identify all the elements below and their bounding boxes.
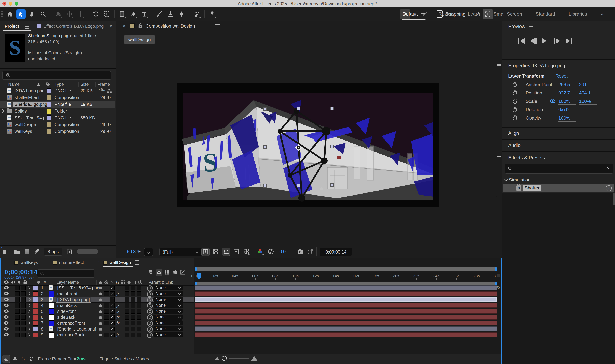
tab-workspace-review[interactable]: Review [432,7,461,21]
layer-row-9[interactable]: 9entranceBackfxNone [1,332,194,338]
layer-visibility-icon[interactable] [4,303,9,307]
layer-quality-box[interactable] [110,309,115,314]
orbit-camera-tool[interactable] [54,9,63,19]
layer-motion-blur-box[interactable] [131,291,135,296]
layer-audio-box[interactable] [15,291,20,296]
stopwatch-icon[interactable] [512,99,517,104]
layer-3d-box[interactable] [137,315,141,320]
layer-audio-box[interactable] [15,286,20,290]
parent-link-dropdown[interactable]: None [153,314,183,320]
resolution-dropdown[interactable]: (Full) [159,248,201,256]
project-item-solids[interactable]: SolidsFolder [0,108,115,115]
property-value-y[interactable]: 291 [579,82,597,88]
label-color-chip[interactable] [47,102,51,107]
layer-expand-chevron-icon[interactable] [27,321,30,325]
layer-label-chip[interactable] [33,291,38,296]
layer-3d-box[interactable] [137,297,141,302]
clear-search-icon[interactable]: × [607,166,610,171]
interpret-footage-icon[interactable] [3,249,9,254]
parent-pick-whip-icon[interactable] [147,332,153,338]
project-search-input[interactable] [2,71,111,80]
zoom-out-icon[interactable] [215,357,219,360]
parent-link-dropdown[interactable]: None [153,320,183,325]
first-frame-button[interactable] [518,38,526,44]
parent-pick-whip-icon[interactable] [147,309,153,314]
layer-3d-box[interactable] [137,286,141,290]
next-frame-button[interactable] [554,38,562,44]
layer-name[interactable]: sideFront [57,309,76,314]
toolbar-grip[interactable] [1,10,3,18]
parent-link-dropdown[interactable]: None [153,291,183,296]
layer-collapse-box[interactable] [104,303,109,308]
layer-frame-blend-box[interactable] [125,333,129,337]
motion-blur-icon[interactable] [172,270,178,276]
unlock-icon[interactable] [138,23,143,28]
project-item-walldesign[interactable]: wallDesignComposition29.97 [0,121,115,128]
layer-expand-chevron-icon[interactable] [27,292,30,295]
layer-collapse-box[interactable] [104,309,109,314]
layer-motion-blur-box[interactable] [131,309,135,314]
project-item-sherida-go-png[interactable]: Sherida...go.pngPNG file19 KB [0,101,115,108]
brush-tool[interactable] [155,9,164,19]
rotate-tool[interactable] [91,9,100,19]
timeline-tab-walldesign[interactable]: wallDesign [103,260,139,265]
playhead-marker[interactable] [197,273,201,277]
layer-quality-box[interactable] [110,303,115,308]
expand-chevron-icon[interactable] [1,109,4,113]
layer-audio-box[interactable] [15,333,20,337]
layer-visibility-icon[interactable] [4,333,9,337]
project-item-name[interactable]: shatterEffect [14,95,39,100]
layer-quality-box[interactable] [110,291,115,296]
layer-frame-blend-box[interactable] [125,327,129,331]
layer-name[interactable]: mainFront [57,291,78,296]
composition-flowchart-icon[interactable] [148,270,154,276]
layer-frame-blend-box[interactable] [125,297,129,302]
project-item-name[interactable]: Sherida...go.png [13,102,49,107]
expand-transfer-controls-icon[interactable] [11,355,19,363]
layer-collapse-box[interactable] [104,333,109,337]
project-item-name[interactable]: SSU_Tex...94.png [14,115,51,120]
layer-label-chip[interactable] [33,309,38,314]
layer-3d-box[interactable] [137,333,141,337]
layer-visibility-icon[interactable] [4,315,9,319]
workspace-overflow-icon[interactable]: » [594,7,610,21]
exposure-shutter-icon[interactable] [267,248,275,256]
timeline-search-input[interactable] [37,269,94,278]
layer-shy-icon[interactable] [98,333,103,337]
shy-layers-icon[interactable] [156,269,162,276]
properties-panel-menu-icon[interactable] [497,64,501,68]
layer-collapse-box[interactable] [104,315,109,320]
comp-marker-bin[interactable] [497,274,500,277]
previous-frame-button[interactable] [530,38,538,44]
layer-quality-box[interactable] [110,315,115,320]
preset-shatter-row[interactable]: 8 Shatter i [503,184,614,192]
layer-solo-box[interactable] [21,309,26,314]
rocket-icon[interactable] [34,249,39,254]
layer-motion-blur-box[interactable] [131,297,135,302]
snapshot-camera-icon[interactable] [297,248,304,256]
zoom-dropdown[interactable] [144,248,153,256]
layer-motion-blur-box[interactable] [131,327,135,331]
layer-solo-box[interactable] [21,286,26,290]
grid-guides-icon[interactable] [243,248,250,256]
last-frame-button[interactable] [565,38,573,44]
tab-effect-controls[interactable]: Effect Controls IXDA Logo.png [43,24,104,29]
layer-expand-chevron-icon[interactable] [27,310,30,313]
comp-mini-flowchart-icon[interactable]: ✎ [497,285,501,291]
frame-blend-column-icon[interactable] [120,280,125,285]
layer-fx-badge[interactable]: fx [116,291,119,296]
layer-visibility-icon[interactable] [4,327,9,331]
zoom-in-icon[interactable] [251,356,257,361]
layer-solo-box[interactable] [21,291,26,296]
fast-preview-icon[interactable] [201,248,210,256]
layer-frame-blend-box[interactable] [125,286,129,290]
parent-pick-whip-icon[interactable] [147,303,153,309]
exposure-value[interactable]: +0.0 [277,249,286,254]
layer-duration-bar-6[interactable] [195,315,497,320]
timeline-timecode[interactable]: 0;00;00;14 [4,269,38,276]
property-value-x[interactable]: 0x+0° [558,107,576,113]
expand-layer-switches-icon[interactable] [2,355,10,363]
parent-pick-whip-icon[interactable] [147,285,153,291]
layer-row-4[interactable]: 4mainBackfxNone [1,302,194,309]
layer-visibility-icon[interactable] [4,286,9,290]
